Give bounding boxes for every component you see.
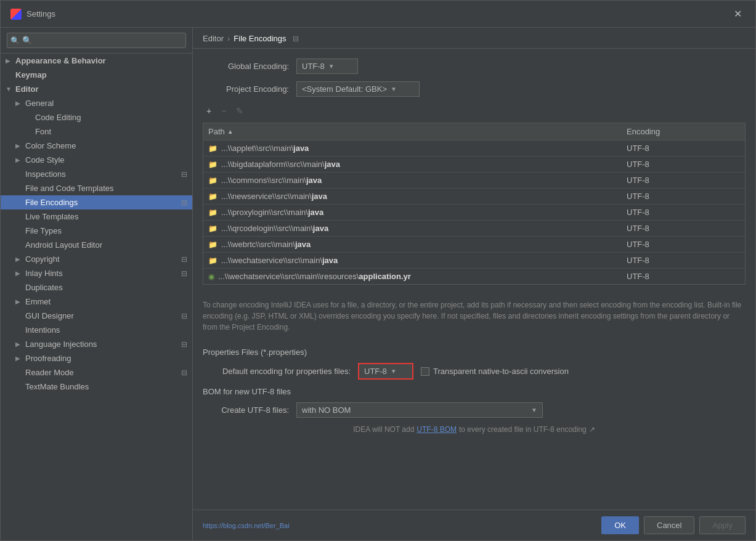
settings-icon: ⊟ [181,368,187,377]
transparent-label: Transparent native-to-ascii conversion [433,367,569,376]
sidebar: 🔍 ▶ Appearance & Behavior ▶ Keymap ▼ [1,28,193,540]
cell-encoding: UTF-8 [622,253,745,268]
sidebar-item-font[interactable]: ▶ Font [1,124,192,139]
sidebar-item-android-layout-editor[interactable]: ▶ Android Layout Editor [1,238,192,252]
folder-icon: 📁 [208,192,217,201]
global-encoding-dropdown[interactable]: UTF-8 ▼ [296,59,358,74]
sidebar-item-label: General [25,99,54,108]
cell-path: 📁 ...\\proxylogin\\src\\main\java [203,205,622,220]
sidebar-item-label: Proofreading [25,354,71,363]
sidebar-item-label: Emmet [25,297,51,306]
settings-icon: ⊟ [181,255,187,264]
col-path-header: Path ▲ [203,123,622,140]
cell-encoding: UTF-8 [622,237,745,252]
sidebar-item-general[interactable]: ▶ General [1,96,192,110]
sidebar-item-copyright[interactable]: ▶ Copyright ⊟ [1,252,192,266]
sidebar-item-live-templates[interactable]: ▶ Live Templates [1,209,192,224]
create-utf8-dropdown[interactable]: with NO BOM ▼ [296,402,543,418]
file-icon: ◉ [208,272,214,281]
table-row[interactable]: 📁 ...\\qrcodelogin\\src\\main\java UTF-8 [203,221,745,237]
title-bar: Settings ✕ [1,1,755,28]
sidebar-item-appearance[interactable]: ▶ Appearance & Behavior [1,54,192,68]
sidebar-item-color-scheme[interactable]: ▶ Color Scheme [1,139,192,153]
breadcrumb: Editor › File Encodings ⊟ [193,28,755,49]
table-row[interactable]: 📁 ...\\proxylogin\\src\\main\java UTF-8 [203,205,745,221]
sidebar-item-inlay-hints[interactable]: ▶ Inlay Hints ⊟ [1,266,192,280]
sidebar-item-gui-designer[interactable]: ▶ GUI Designer ⊟ [1,309,192,323]
close-button[interactable]: ✕ [730,7,746,21]
sidebar-item-intentions[interactable]: ▶ Intentions [1,323,192,337]
search-input[interactable] [7,33,186,48]
sidebar-item-language-injections[interactable]: ▶ Language Injections ⊟ [1,337,192,351]
folder-icon: 📁 [208,160,217,169]
add-button[interactable]: + [203,104,215,118]
cell-path: 📁 ...\\bigdataplaform\\src\\main\java [203,157,622,172]
properties-encoding-row: Default encoding for properties files: U… [203,363,746,380]
sidebar-item-emmet[interactable]: ▶ Emmet [1,295,192,309]
sidebar-item-label: Live Templates [25,212,78,221]
col-encoding-header: Encoding [622,123,745,140]
utf8-bom-link[interactable]: UTF-8 BOM [417,425,457,434]
encoding-info-text: To change encoding IntelliJ IDEA uses fo… [203,295,746,338]
cell-path: 📁 ...\\newservice\\src\\main\java [203,189,622,204]
cancel-button[interactable]: Cancel [644,516,694,534]
cell-path: 📁 ...\\qrcodelogin\\src\\main\java [203,221,622,236]
idea-note-suffix: to every created file in UTF-8 encoding [459,425,587,434]
folder-icon: 📁 [208,176,217,185]
sidebar-item-label: Inspections [25,169,66,179]
sidebar-item-file-types[interactable]: ▶ File Types [1,224,192,238]
sidebar-item-label: Code Style [25,155,65,165]
table-row[interactable]: 📁 ...\\webrtc\\src\\main\java UTF-8 [203,237,745,253]
sidebar-item-editor[interactable]: ▼ Editor [1,82,192,96]
table-row[interactable]: 📁 ...\\newservice\\src\\main\java UTF-8 [203,189,745,205]
idea-note-prefix: IDEA will NOT add [353,425,414,434]
sidebar-item-label: Font [35,127,51,136]
breadcrumb-separator: › [227,34,230,43]
cell-encoding: UTF-8 [622,221,745,236]
table-row[interactable]: 📁 ...\\bigdataplaform\\src\\main\java UT… [203,157,745,173]
project-encoding-row: Project Encoding: <System Default: GBK> … [203,81,746,97]
transparent-checkbox[interactable] [421,367,429,376]
folder-icon: 📁 [208,256,217,265]
project-encoding-value: <System Default: GBK> [302,84,387,94]
dropdown-arrow-icon: ▼ [328,63,335,70]
expand-arrow: ▶ [15,355,22,362]
create-utf8-row: Create UTF-8 files: with NO BOM ▼ [203,402,746,418]
bottom-bar: https://blog.csdn.net/Ber_Bai OK Cancel … [193,510,755,540]
sidebar-item-code-style[interactable]: ▶ Code Style [1,153,192,167]
sidebar-item-file-encodings[interactable]: ▶ File Encodings ⊟ [1,195,192,209]
project-encoding-dropdown[interactable]: <System Default: GBK> ▼ [296,81,420,97]
cell-encoding: UTF-8 [622,205,745,220]
expand-arrow: ▼ [6,86,12,92]
edit-button[interactable]: ✎ [232,104,247,118]
remove-button[interactable]: − [217,104,230,118]
external-link-icon: ↗ [589,425,595,434]
sidebar-item-label: Appearance & Behavior [15,56,106,65]
table-row[interactable]: ◉ ...\\wechatservice\\src\\main\\resourc… [203,269,745,284]
expand-arrow: ▶ [15,157,22,163]
sort-arrow-icon: ▲ [227,128,234,135]
sidebar-item-reader-mode[interactable]: ▶ Reader Mode ⊟ [1,365,192,380]
breadcrumb-parent: Editor [203,34,224,43]
cell-path: ◉ ...\\wechatservice\\src\\main\\resourc… [203,269,622,284]
table-row[interactable]: 📁 ...\\applet\\src\\main\java UTF-8 [203,140,745,157]
sidebar-item-label: Android Layout Editor [25,240,102,250]
default-encoding-dropdown[interactable]: UTF-8 ▼ [358,363,413,380]
apply-button[interactable]: Apply [699,516,746,534]
sidebar-item-textmate-bundles[interactable]: ▶ TextMate Bundles [1,380,192,394]
expand-arrow: ▶ [15,256,22,262]
cell-encoding: UTF-8 [622,189,745,204]
sidebar-item-proofreading[interactable]: ▶ Proofreading [1,351,192,365]
table-row[interactable]: 📁 ...\\wechatservice\\src\\main\java UTF… [203,253,745,269]
table-header: Path ▲ Encoding [203,123,745,140]
sidebar-item-label: Duplicates [25,283,63,292]
sidebar-item-duplicates[interactable]: ▶ Duplicates [1,280,192,295]
sidebar-item-inspections[interactable]: ▶ Inspections ⊟ [1,167,192,181]
table-row[interactable]: 📁 ...\\commons\\src\\main\java UTF-8 [203,173,745,189]
ok-button[interactable]: OK [601,516,639,534]
sidebar-item-code-editing[interactable]: ▶ Code Editing [1,110,192,124]
cell-path: 📁 ...\\commons\\src\\main\java [203,173,622,188]
sidebar-item-file-code-templates[interactable]: ▶ File and Code Templates [1,181,192,195]
sidebar-item-keymap[interactable]: ▶ Keymap [1,68,192,82]
default-enc-label: Default encoding for properties files: [203,367,351,376]
